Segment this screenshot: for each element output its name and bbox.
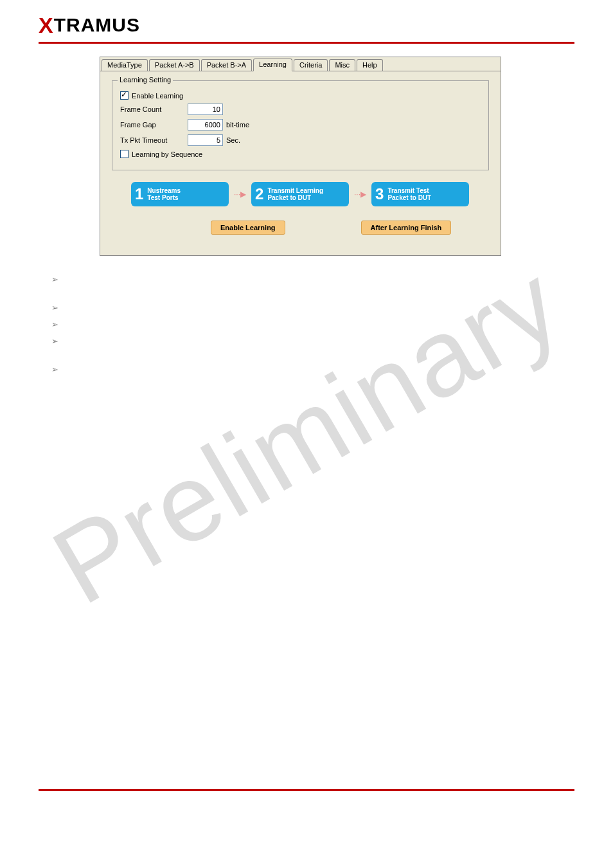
- learning-by-sequence-checkbox[interactable]: [120, 150, 129, 158]
- logo: XTRAMUS: [39, 13, 574, 38]
- flow-step-1: 1 NustreamsTest Ports: [131, 182, 229, 206]
- tx-pkt-timeout-label: Tx Pkt Timeout: [120, 136, 188, 144]
- tab-criteria[interactable]: Criteria: [294, 59, 328, 71]
- tx-pkt-timeout-unit: Sec.: [226, 136, 240, 144]
- tab-bar: MediaType Packet A->B Packet B->A Learni…: [100, 57, 501, 71]
- tab-help[interactable]: Help: [357, 59, 383, 71]
- frame-gap-input[interactable]: [188, 119, 223, 131]
- footer-divider: [39, 789, 574, 791]
- learning-by-sequence-label: Learning by Sequence: [132, 150, 202, 158]
- flow-diagram: 1 NustreamsTest Ports ···▶ 2 Transmit Le…: [112, 177, 489, 242]
- bullet-item: [51, 364, 574, 374]
- frame-gap-unit: bit-time: [226, 121, 249, 129]
- flow-step-2: 2 Transmit LearningPacket to DUT: [251, 182, 349, 206]
- enable-learning-checkbox[interactable]: [120, 91, 129, 100]
- bullet-list: [51, 274, 574, 374]
- enable-learning-label: Enable Learning: [132, 92, 183, 100]
- tab-packet-ba[interactable]: Packet B->A: [201, 59, 252, 71]
- frame-count-input[interactable]: [188, 104, 223, 115]
- tx-pkt-timeout-input[interactable]: [188, 134, 223, 146]
- arrow-icon: ···▶: [234, 190, 246, 199]
- bullet-item: [51, 274, 574, 284]
- header-divider: [39, 42, 574, 44]
- fieldset-legend: Learning Setting: [118, 76, 173, 84]
- flow-step-3: 3 Transmit TestPacket to DUT: [371, 182, 469, 206]
- bullet-item: [51, 302, 574, 312]
- tab-packet-ab[interactable]: Packet A->B: [149, 59, 200, 71]
- bullet-item: [51, 336, 574, 346]
- enable-learning-flow-label: Enable Learning: [211, 221, 285, 235]
- tab-misc[interactable]: Misc: [329, 59, 355, 71]
- arrow-icon: ···▶: [354, 190, 366, 199]
- tab-learning[interactable]: Learning: [253, 59, 292, 71]
- frame-count-label: Frame Count: [120, 105, 188, 113]
- tab-mediatype[interactable]: MediaType: [102, 59, 148, 71]
- learning-dialog: MediaType Packet A->B Packet B->A Learni…: [100, 57, 501, 256]
- frame-gap-label: Frame Gap: [120, 121, 188, 129]
- after-learning-finish-flow-label: After Learning Finish: [361, 221, 452, 235]
- learning-setting-fieldset: Learning Setting Enable Learning Frame C…: [112, 80, 489, 170]
- bullet-item: [51, 319, 574, 329]
